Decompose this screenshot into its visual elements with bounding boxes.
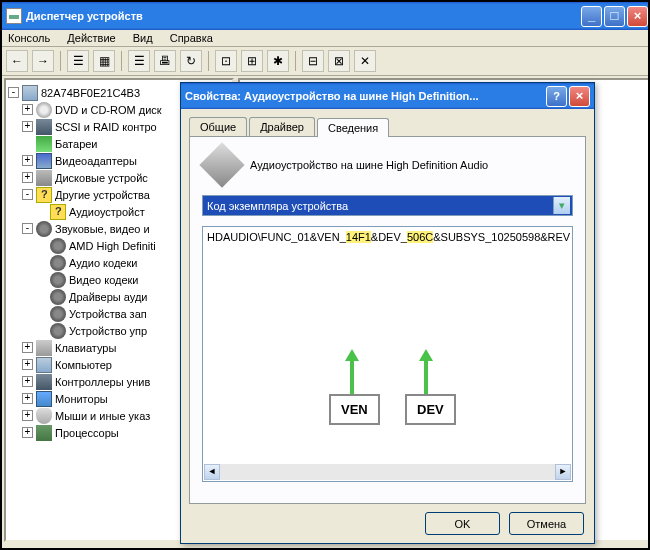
cancel-button[interactable]: Отмена	[509, 512, 584, 535]
tree-item-label: Дисковые устройс	[55, 172, 148, 184]
collapse-icon[interactable]: -	[22, 189, 33, 200]
tab-body: Аудиоустройство на шине High Definition …	[189, 136, 586, 504]
computer-icon	[22, 85, 38, 101]
expand-icon[interactable]: +	[22, 376, 33, 387]
snd-icon	[50, 238, 66, 254]
cpu-icon	[36, 425, 52, 441]
minimize-button[interactable]: _	[581, 6, 602, 27]
tree-item-label: Процессоры	[55, 427, 119, 439]
snd-icon	[50, 255, 66, 271]
annotation-label: VEN	[329, 394, 380, 425]
menubar: Консоль Действие Вид Справка	[2, 30, 650, 47]
tree-item-label: Аудио кодеки	[69, 257, 137, 269]
tab-details[interactable]: Сведения	[317, 118, 389, 137]
tab-strip: Общие Драйвер Сведения	[181, 109, 594, 136]
tree-item-label: Мыши и иные указ	[55, 410, 150, 422]
menu-help[interactable]: Справка	[170, 32, 213, 44]
expand-icon[interactable]: +	[22, 427, 33, 438]
tree-item-label: SCSI и RAID контро	[55, 121, 157, 133]
toolbar: ← → ☰ ▦ ☰ 🖶 ↻ ⊡ ⊞ ✱ ⊟ ⊠ ✕	[2, 47, 650, 76]
annotation-label: DEV	[405, 394, 456, 425]
tree-item-label: Мониторы	[55, 393, 108, 405]
maximize-button[interactable]: □	[604, 6, 625, 27]
tool-icon[interactable]: ☰	[128, 50, 150, 72]
close-button[interactable]: ×	[569, 86, 590, 107]
horizontal-scrollbar[interactable]: ◄ ►	[204, 464, 571, 480]
props-titlebar[interactable]: Свойства: Аудиоустройство на шине High D…	[181, 83, 594, 109]
expand-icon[interactable]: +	[22, 342, 33, 353]
unk-icon	[50, 204, 66, 220]
expand-icon[interactable]: +	[22, 393, 33, 404]
collapse-icon[interactable]: -	[8, 87, 19, 98]
snd-icon	[50, 306, 66, 322]
scroll-right-button[interactable]: ►	[555, 464, 571, 480]
main-titlebar[interactable]: Диспетчер устройств _ □ ×	[2, 2, 650, 30]
expand-icon[interactable]: +	[22, 359, 33, 370]
tree-item-label: Устройство упр	[69, 325, 147, 337]
annotation-arrow-dev: DEV	[419, 349, 433, 423]
tree-item-label: Видеоадаптеры	[55, 155, 137, 167]
ok-button[interactable]: OK	[425, 512, 500, 535]
menu-console[interactable]: Консоль	[8, 32, 50, 44]
tree-item-label: Компьютер	[55, 359, 112, 371]
vid-icon	[36, 153, 52, 169]
tree-item-label: Контроллеры унив	[55, 376, 150, 388]
tree-item-label: Клавиатуры	[55, 342, 116, 354]
combo-value: Код экземпляра устройства	[207, 200, 348, 212]
id-part: &SUBSYS_10250598&REV	[433, 231, 570, 243]
tree-item-label: AMD High Definiti	[69, 240, 156, 252]
scsi-icon	[36, 374, 52, 390]
tool-icon[interactable]: ⊞	[241, 50, 263, 72]
back-button[interactable]: ←	[6, 50, 28, 72]
annotation-arrow-ven: VEN	[345, 349, 359, 423]
tree-item-label: Звуковые, видео и	[55, 223, 150, 235]
scroll-track[interactable]	[220, 464, 555, 480]
tool-icon[interactable]: ☰	[67, 50, 89, 72]
disk-icon	[36, 170, 52, 186]
tree-item-label: Драйверы ауди	[69, 291, 147, 303]
kb-icon	[36, 340, 52, 356]
tree-item-label: Другие устройства	[55, 189, 150, 201]
unk-icon	[36, 187, 52, 203]
expand-icon[interactable]: +	[22, 104, 33, 115]
expand-icon[interactable]: +	[22, 155, 33, 166]
window-title: Диспетчер устройств	[26, 10, 143, 22]
expand-icon[interactable]: +	[22, 172, 33, 183]
props-title: Свойства: Аудиоустройство на шине High D…	[185, 90, 479, 102]
tool-icon[interactable]: ▦	[93, 50, 115, 72]
menu-view[interactable]: Вид	[133, 32, 153, 44]
tool-icon[interactable]: ✕	[354, 50, 376, 72]
id-dev: 506C	[407, 231, 433, 243]
tab-driver[interactable]: Драйвер	[249, 117, 315, 136]
print-icon[interactable]: 🖶	[154, 50, 176, 72]
tree-item-label: Батареи	[55, 138, 98, 150]
tool-icon[interactable]: ⊠	[328, 50, 350, 72]
tool-icon[interactable]: ✱	[267, 50, 289, 72]
value-listbox[interactable]: HDAUDIO\FUNC_01&VEN_14F1&DEV_506C&SUBSYS…	[202, 226, 573, 482]
properties-dialog: Свойства: Аудиоустройство на шине High D…	[180, 82, 595, 544]
dvd-icon	[36, 102, 52, 118]
mon-icon	[36, 391, 52, 407]
id-part: HDAUDIO\FUNC_01&VEN_	[207, 231, 346, 243]
devmgr-icon	[6, 8, 22, 24]
snd-icon	[50, 289, 66, 305]
help-button[interactable]: ?	[546, 86, 567, 107]
expand-icon[interactable]: +	[22, 410, 33, 421]
tool-icon[interactable]: ⊟	[302, 50, 324, 72]
id-part: &DEV_	[371, 231, 407, 243]
tool-icon[interactable]: ↻	[180, 50, 202, 72]
mouse-icon	[36, 408, 52, 424]
tree-item-label: Видео кодеки	[69, 274, 139, 286]
forward-button[interactable]: →	[32, 50, 54, 72]
scroll-left-button[interactable]: ◄	[204, 464, 220, 480]
snd-icon	[50, 323, 66, 339]
property-combo[interactable]: Код экземпляра устройства	[202, 195, 573, 216]
collapse-icon[interactable]: -	[22, 223, 33, 234]
tab-general[interactable]: Общие	[189, 117, 247, 136]
expand-icon[interactable]: +	[22, 121, 33, 132]
pc-icon	[36, 357, 52, 373]
menu-action[interactable]: Действие	[67, 32, 115, 44]
close-button[interactable]: ×	[627, 6, 648, 27]
tool-icon[interactable]: ⊡	[215, 50, 237, 72]
scsi-icon	[36, 119, 52, 135]
